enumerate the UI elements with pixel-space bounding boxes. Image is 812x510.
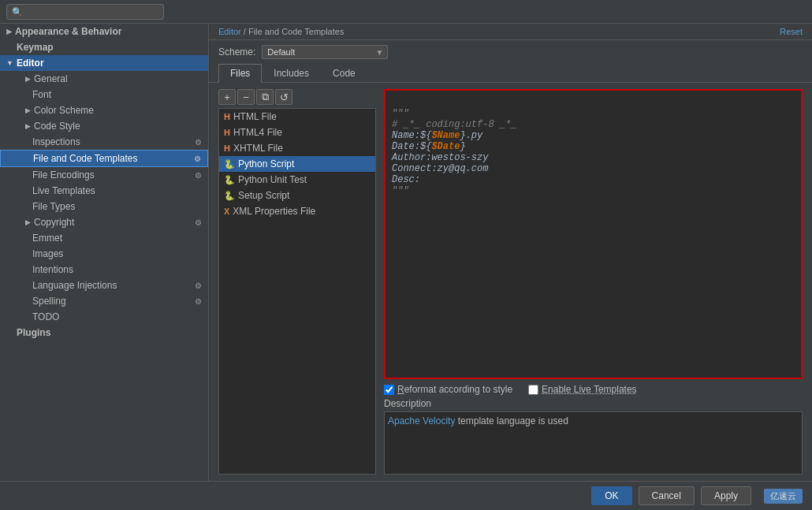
ok-button[interactable]: OK [591,486,631,505]
code-editor-panel: """ # _*_ coding:utf-8 _*_ Name:${$Name}… [384,89,803,475]
gear-icon-4: ⚙ [195,218,202,227]
tabs-row: Files Includes Code [209,64,812,83]
code-line-end: """ [392,185,409,196]
scheme-select[interactable]: Default Project [262,45,388,59]
sidebar-item-copyright[interactable]: ▶ Copyright ⚙ [0,214,208,230]
python-icon: 🐍 [224,159,235,169]
code-line-date-suffix: } [460,141,465,152]
html4-icon: H [224,128,230,137]
file-item-setup-script[interactable]: 🐍 Setup Script [219,188,375,203]
sidebar-item-file-encodings[interactable]: File Encodings ⚙ [0,167,208,183]
triangle-icon: ▶ [25,218,31,226]
apply-button[interactable]: Apply [701,486,751,505]
templates-body: + − ⧉ ↺ H HTML File H HTML4 File H [209,83,812,481]
reformat-checkbox[interactable] [384,385,394,395]
sidebar-item-font[interactable]: Font [0,87,208,102]
gear-icon-3: ⚙ [195,171,202,180]
triangle-icon: ▶ [25,106,31,114]
sidebar-item-file-types[interactable]: File Types [0,199,208,214]
sidebar-item-general[interactable]: ▶ General [0,71,208,87]
scheme-select-wrapper: Default Project ▼ [262,45,388,59]
sidebar-item-editor[interactable]: ▼ Editor [0,55,208,71]
reset-link[interactable]: Reset [780,27,803,36]
sidebar-item-intentions[interactable]: Intentions [0,262,208,277]
file-item-xml-properties[interactable]: X XML Properties File [219,203,375,219]
sidebar-item-language-injections[interactable]: Language Injections ⚙ [0,277,208,293]
remove-template-button[interactable]: − [237,89,255,105]
bottom-bar: OK Cancel Apply 亿速云 [0,481,812,510]
file-item-python-unit-test[interactable]: 🐍 Python Unit Test [219,172,375,188]
sidebar-item-file-and-code-templates[interactable]: File and Code Templates ⚙ [0,150,208,167]
code-line-name: Name:${ [392,130,431,141]
code-line-name-suffix: }.py [460,130,482,141]
code-name-var: $Name [431,130,460,141]
code-line-author: Author:westos-szy Connect:zy@qq.com Desc… [392,152,488,185]
html-icon: H [224,112,230,121]
sidebar-item-code-style[interactable]: ▶ Code Style [0,118,208,134]
code-date-var: $Date [431,141,460,152]
file-list-toolbar: + − ⧉ ↺ [218,89,376,105]
sidebar-item-todo[interactable]: TODO [0,309,208,325]
sidebar-item-emmet[interactable]: Emmet [0,230,208,246]
file-item-xhtml[interactable]: H XHTML File [219,140,375,156]
sidebar-item-live-templates[interactable]: Live Templates [0,183,208,199]
apache-velocity-link[interactable]: Apache Velocity [388,415,455,426]
content-area: Editor / File and Code Templates Reset S… [209,24,812,481]
gear-icon: ⚙ [195,138,202,147]
breadcrumb-path: Editor / File and Code Templates [218,27,344,36]
description-label: Description [384,398,803,409]
sidebar-item-color-scheme[interactable]: ▶ Color Scheme [0,102,208,118]
gear-icon-5: ⚙ [195,281,202,290]
triangle-icon: ▶ [6,28,12,35]
taskbar-icon: 亿速云 [764,489,803,504]
reset-template-button[interactable]: ↺ [275,89,292,105]
sidebar-item-keymap[interactable]: Keymap [0,39,208,55]
breadcrumb-editor-link[interactable]: Editor [218,27,241,36]
python-unit-icon: 🐍 [224,175,235,185]
scheme-row: Scheme: Default Project ▼ [209,40,812,64]
file-item-html[interactable]: H HTML File [219,109,375,125]
live-templates-checkbox-label[interactable]: Enable Live Templates [528,384,637,395]
options-row: Reformat according to style Enable Live … [384,379,803,398]
cancel-button[interactable]: Cancel [639,486,695,505]
gear-icon-6: ⚙ [195,297,202,306]
sidebar-item-spelling[interactable]: Spelling ⚙ [0,293,208,309]
sidebar-item-images[interactable]: Images [0,246,208,262]
add-template-button[interactable]: + [218,89,236,105]
live-templates-label: Enable Live Templates [542,384,637,395]
reformat-checkbox-label[interactable]: Reformat according to style [384,384,512,395]
search-input[interactable] [6,4,164,20]
file-item-python-script[interactable]: 🐍 Python Script [219,156,375,172]
sidebar-item-inspections[interactable]: Inspections ⚙ [0,134,208,150]
code-editor[interactable]: """ # _*_ coding:utf-8 _*_ Name:${$Name}… [384,89,803,379]
tab-files[interactable]: Files [218,64,262,83]
triangle-expanded-icon: ▼ [6,59,13,67]
sidebar-item-appearance[interactable]: ▶ Appearance & Behavior [0,24,208,39]
triangle-icon: ▶ [25,122,31,130]
xml-icon: X [224,207,229,216]
live-templates-checkbox[interactable] [528,385,538,395]
sidebar: ▶ Appearance & Behavior Keymap ▼ Editor … [0,24,209,481]
triangle-icon: ▶ [25,75,31,83]
file-item-html4[interactable]: H HTML4 File [219,125,375,140]
description-rest: template language is used [455,415,568,426]
taskbar-label: 亿速云 [770,490,796,502]
description-box: Apache Velocity template language is use… [384,411,803,475]
code-line-date: Date:${ [392,141,431,152]
main-area: ▶ Appearance & Behavior Keymap ▼ Editor … [0,24,812,481]
breadcrumb: Editor / File and Code Templates Reset [209,24,812,40]
code-line-1: """ # _*_ coding:utf-8 _*_ [392,108,516,130]
reformat-label: Reformat according to style [397,384,512,395]
sidebar-item-plugins[interactable]: Plugins [0,325,208,341]
scheme-label: Scheme: [218,47,255,58]
setup-icon: 🐍 [224,191,235,201]
xhtml-icon: H [224,143,230,153]
gear-icon-2: ⚙ [194,154,201,163]
copy-template-button[interactable]: ⧉ [256,89,274,105]
tab-includes[interactable]: Includes [262,64,321,83]
file-list: H HTML File H HTML4 File H XHTML File 🐍 … [218,108,376,475]
tab-code[interactable]: Code [321,64,367,83]
top-bar [0,0,812,24]
file-list-panel: + − ⧉ ↺ H HTML File H HTML4 File H [218,89,376,475]
